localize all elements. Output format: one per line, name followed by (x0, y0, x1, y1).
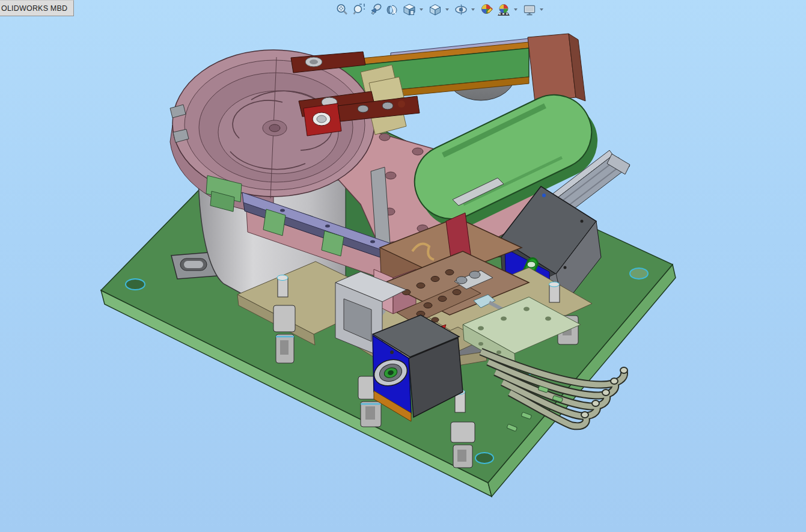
heads-up-view-toolbar (334, 2, 546, 17)
viewport-3d[interactable] (0, 0, 806, 532)
apply-scene-button[interactable] (496, 2, 511, 17)
hide-show-items-dropdown-arrow[interactable] (471, 8, 475, 11)
edit-appearance-button[interactable] (479, 2, 495, 17)
zoom-to-area-icon (352, 3, 365, 16)
zoom-to-fit-icon (335, 3, 349, 16)
section-view-button[interactable] (385, 2, 400, 17)
view-orientation-button[interactable] (401, 2, 417, 17)
apply-scene-dropdown-arrow[interactable] (514, 8, 517, 11)
view-settings-dropdown-arrow[interactable] (540, 8, 543, 11)
edit-appearance-icon (480, 3, 493, 16)
hide-show-items-icon (454, 3, 468, 16)
solidworks-graphics-area[interactable]: { "app": { "tab_label": "OLIDWORKS MBD" … (0, 0, 806, 532)
hide-show-items-button[interactable] (453, 2, 469, 17)
view-orientation-dropdown-arrow[interactable] (420, 8, 423, 11)
view-orientation-icon (403, 3, 416, 16)
section-view-icon (386, 3, 399, 16)
apply-scene-icon (497, 3, 510, 16)
zoom-to-area-button[interactable] (351, 2, 367, 17)
display-style-icon (429, 3, 442, 16)
zoom-to-fit-button[interactable] (334, 2, 350, 17)
previous-view-icon (369, 3, 382, 16)
previous-view-button[interactable] (368, 2, 383, 17)
tab-label: OLIDWORKS MBD (1, 4, 67, 13)
view-settings-button[interactable] (522, 2, 537, 17)
view-settings-icon (523, 3, 536, 16)
display-style-dropdown-arrow[interactable] (445, 8, 449, 11)
tab-solidworks-mbd[interactable]: OLIDWORKS MBD (0, 0, 74, 16)
rail-end-block[interactable] (528, 34, 585, 102)
display-style-button[interactable] (427, 2, 443, 17)
